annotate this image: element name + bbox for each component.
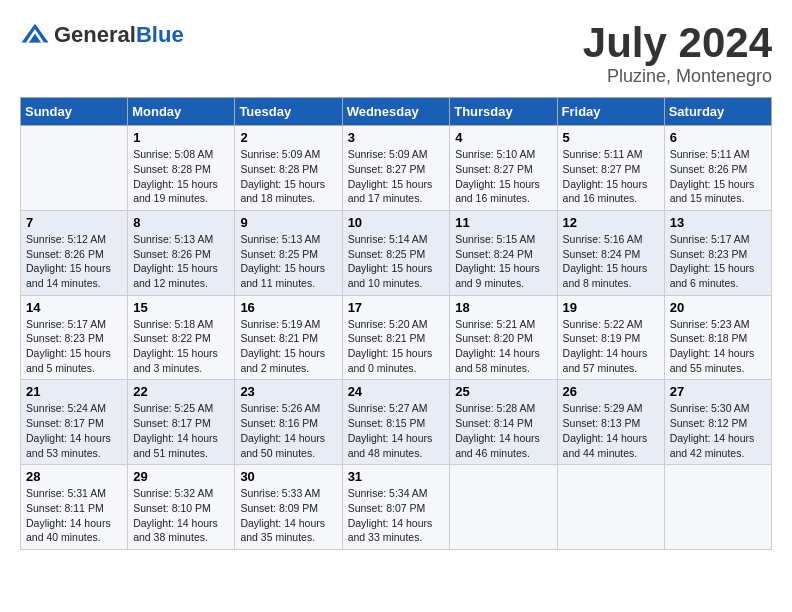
cell-details: Sunrise: 5:12 AM Sunset: 8:26 PM Dayligh… xyxy=(26,232,122,291)
day-number: 28 xyxy=(26,469,122,484)
day-number: 13 xyxy=(670,215,766,230)
day-number: 17 xyxy=(348,300,445,315)
day-number: 2 xyxy=(240,130,336,145)
cell-details: Sunrise: 5:24 AM Sunset: 8:17 PM Dayligh… xyxy=(26,401,122,460)
day-number: 6 xyxy=(670,130,766,145)
cell-details: Sunrise: 5:27 AM Sunset: 8:15 PM Dayligh… xyxy=(348,401,445,460)
day-number: 21 xyxy=(26,384,122,399)
day-number: 14 xyxy=(26,300,122,315)
logo-text-blue: Blue xyxy=(136,22,184,47)
calendar-cell: 29Sunrise: 5:32 AM Sunset: 8:10 PM Dayli… xyxy=(128,465,235,550)
calendar-cell: 6Sunrise: 5:11 AM Sunset: 8:26 PM Daylig… xyxy=(664,126,771,211)
day-number: 24 xyxy=(348,384,445,399)
cell-details: Sunrise: 5:13 AM Sunset: 8:26 PM Dayligh… xyxy=(133,232,229,291)
cell-details: Sunrise: 5:19 AM Sunset: 8:21 PM Dayligh… xyxy=(240,317,336,376)
cell-details: Sunrise: 5:13 AM Sunset: 8:25 PM Dayligh… xyxy=(240,232,336,291)
calendar-cell: 25Sunrise: 5:28 AM Sunset: 8:14 PM Dayli… xyxy=(450,380,557,465)
day-number: 27 xyxy=(670,384,766,399)
week-row-1: 1Sunrise: 5:08 AM Sunset: 8:28 PM Daylig… xyxy=(21,126,772,211)
day-number: 18 xyxy=(455,300,551,315)
day-number: 9 xyxy=(240,215,336,230)
calendar-cell: 24Sunrise: 5:27 AM Sunset: 8:15 PM Dayli… xyxy=(342,380,450,465)
weekday-header-row: SundayMondayTuesdayWednesdayThursdayFrid… xyxy=(21,98,772,126)
cell-details: Sunrise: 5:32 AM Sunset: 8:10 PM Dayligh… xyxy=(133,486,229,545)
day-number: 1 xyxy=(133,130,229,145)
cell-details: Sunrise: 5:31 AM Sunset: 8:11 PM Dayligh… xyxy=(26,486,122,545)
day-number: 31 xyxy=(348,469,445,484)
day-number: 12 xyxy=(563,215,659,230)
cell-details: Sunrise: 5:09 AM Sunset: 8:28 PM Dayligh… xyxy=(240,147,336,206)
cell-details: Sunrise: 5:28 AM Sunset: 8:14 PM Dayligh… xyxy=(455,401,551,460)
weekday-header-saturday: Saturday xyxy=(664,98,771,126)
day-number: 23 xyxy=(240,384,336,399)
cell-details: Sunrise: 5:22 AM Sunset: 8:19 PM Dayligh… xyxy=(563,317,659,376)
day-number: 5 xyxy=(563,130,659,145)
day-number: 19 xyxy=(563,300,659,315)
calendar-cell: 9Sunrise: 5:13 AM Sunset: 8:25 PM Daylig… xyxy=(235,210,342,295)
weekday-header-wednesday: Wednesday xyxy=(342,98,450,126)
cell-details: Sunrise: 5:17 AM Sunset: 8:23 PM Dayligh… xyxy=(670,232,766,291)
weekday-header-tuesday: Tuesday xyxy=(235,98,342,126)
cell-details: Sunrise: 5:17 AM Sunset: 8:23 PM Dayligh… xyxy=(26,317,122,376)
calendar-cell: 8Sunrise: 5:13 AM Sunset: 8:26 PM Daylig… xyxy=(128,210,235,295)
day-number: 10 xyxy=(348,215,445,230)
calendar-cell: 19Sunrise: 5:22 AM Sunset: 8:19 PM Dayli… xyxy=(557,295,664,380)
logo: GeneralBlue xyxy=(20,20,184,50)
cell-details: Sunrise: 5:10 AM Sunset: 8:27 PM Dayligh… xyxy=(455,147,551,206)
weekday-header-thursday: Thursday xyxy=(450,98,557,126)
header: GeneralBlue July 2024 Pluzine, Montenegr… xyxy=(20,20,772,87)
calendar-cell: 7Sunrise: 5:12 AM Sunset: 8:26 PM Daylig… xyxy=(21,210,128,295)
cell-details: Sunrise: 5:21 AM Sunset: 8:20 PM Dayligh… xyxy=(455,317,551,376)
cell-details: Sunrise: 5:15 AM Sunset: 8:24 PM Dayligh… xyxy=(455,232,551,291)
calendar-cell: 16Sunrise: 5:19 AM Sunset: 8:21 PM Dayli… xyxy=(235,295,342,380)
cell-details: Sunrise: 5:08 AM Sunset: 8:28 PM Dayligh… xyxy=(133,147,229,206)
calendar-cell: 23Sunrise: 5:26 AM Sunset: 8:16 PM Dayli… xyxy=(235,380,342,465)
calendar-cell: 21Sunrise: 5:24 AM Sunset: 8:17 PM Dayli… xyxy=(21,380,128,465)
cell-details: Sunrise: 5:30 AM Sunset: 8:12 PM Dayligh… xyxy=(670,401,766,460)
day-number: 30 xyxy=(240,469,336,484)
week-row-3: 14Sunrise: 5:17 AM Sunset: 8:23 PM Dayli… xyxy=(21,295,772,380)
calendar-cell: 17Sunrise: 5:20 AM Sunset: 8:21 PM Dayli… xyxy=(342,295,450,380)
title-area: July 2024 Pluzine, Montenegro xyxy=(583,20,772,87)
calendar-cell: 26Sunrise: 5:29 AM Sunset: 8:13 PM Dayli… xyxy=(557,380,664,465)
calendar-cell: 30Sunrise: 5:33 AM Sunset: 8:09 PM Dayli… xyxy=(235,465,342,550)
day-number: 7 xyxy=(26,215,122,230)
calendar-cell: 4Sunrise: 5:10 AM Sunset: 8:27 PM Daylig… xyxy=(450,126,557,211)
logo-text-general: General xyxy=(54,22,136,47)
cell-details: Sunrise: 5:29 AM Sunset: 8:13 PM Dayligh… xyxy=(563,401,659,460)
weekday-header-sunday: Sunday xyxy=(21,98,128,126)
weekday-header-monday: Monday xyxy=(128,98,235,126)
cell-details: Sunrise: 5:26 AM Sunset: 8:16 PM Dayligh… xyxy=(240,401,336,460)
calendar-cell: 11Sunrise: 5:15 AM Sunset: 8:24 PM Dayli… xyxy=(450,210,557,295)
day-number: 3 xyxy=(348,130,445,145)
cell-details: Sunrise: 5:34 AM Sunset: 8:07 PM Dayligh… xyxy=(348,486,445,545)
calendar-cell xyxy=(21,126,128,211)
calendar-cell: 3Sunrise: 5:09 AM Sunset: 8:27 PM Daylig… xyxy=(342,126,450,211)
calendar-cell: 1Sunrise: 5:08 AM Sunset: 8:28 PM Daylig… xyxy=(128,126,235,211)
month-title: July 2024 xyxy=(583,20,772,66)
location-title: Pluzine, Montenegro xyxy=(583,66,772,87)
week-row-5: 28Sunrise: 5:31 AM Sunset: 8:11 PM Dayli… xyxy=(21,465,772,550)
calendar-cell: 2Sunrise: 5:09 AM Sunset: 8:28 PM Daylig… xyxy=(235,126,342,211)
day-number: 11 xyxy=(455,215,551,230)
calendar-cell xyxy=(557,465,664,550)
day-number: 20 xyxy=(670,300,766,315)
calendar-cell: 18Sunrise: 5:21 AM Sunset: 8:20 PM Dayli… xyxy=(450,295,557,380)
day-number: 29 xyxy=(133,469,229,484)
cell-details: Sunrise: 5:16 AM Sunset: 8:24 PM Dayligh… xyxy=(563,232,659,291)
cell-details: Sunrise: 5:33 AM Sunset: 8:09 PM Dayligh… xyxy=(240,486,336,545)
cell-details: Sunrise: 5:20 AM Sunset: 8:21 PM Dayligh… xyxy=(348,317,445,376)
calendar-cell: 22Sunrise: 5:25 AM Sunset: 8:17 PM Dayli… xyxy=(128,380,235,465)
week-row-2: 7Sunrise: 5:12 AM Sunset: 8:26 PM Daylig… xyxy=(21,210,772,295)
calendar-cell: 12Sunrise: 5:16 AM Sunset: 8:24 PM Dayli… xyxy=(557,210,664,295)
day-number: 4 xyxy=(455,130,551,145)
day-number: 8 xyxy=(133,215,229,230)
calendar-cell: 27Sunrise: 5:30 AM Sunset: 8:12 PM Dayli… xyxy=(664,380,771,465)
day-number: 15 xyxy=(133,300,229,315)
calendar-table: SundayMondayTuesdayWednesdayThursdayFrid… xyxy=(20,97,772,550)
calendar-cell: 10Sunrise: 5:14 AM Sunset: 8:25 PM Dayli… xyxy=(342,210,450,295)
day-number: 22 xyxy=(133,384,229,399)
calendar-cell: 5Sunrise: 5:11 AM Sunset: 8:27 PM Daylig… xyxy=(557,126,664,211)
day-number: 26 xyxy=(563,384,659,399)
cell-details: Sunrise: 5:11 AM Sunset: 8:26 PM Dayligh… xyxy=(670,147,766,206)
